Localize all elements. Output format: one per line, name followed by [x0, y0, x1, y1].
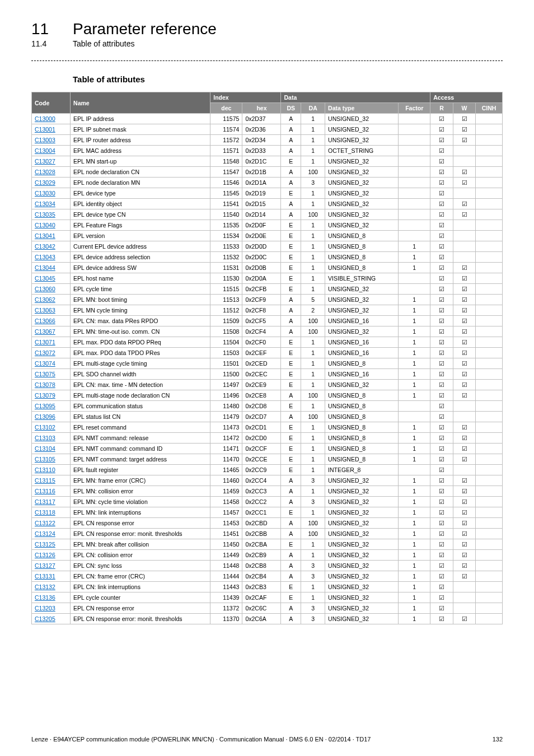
cell-hex: 0x2CD1 [242, 422, 281, 433]
cell-hex: 0x2CD8 [242, 401, 281, 412]
table-row: C13027EPL MN start-up115480x2D1CE1UNSIGN… [32, 156, 503, 167]
code-link[interactable]: C13028 [32, 167, 71, 178]
code-link[interactable]: C13127 [32, 561, 71, 571]
cell-dtype: UNSIGNED_32 [325, 135, 399, 146]
col-dec: dec [210, 103, 242, 114]
code-link[interactable]: C13035 [32, 209, 71, 220]
cell-ds: A [281, 571, 301, 582]
cell-dtype: UNSIGNED_32 [325, 209, 399, 220]
cell-name: EPL MN: cycle time violation [71, 497, 210, 507]
code-link[interactable]: C13030 [32, 188, 71, 199]
cell-name: EPL IP subnet mask [71, 124, 210, 135]
footer-text: Lenze · E94AYCEP communication module (P… [31, 736, 371, 743]
code-link[interactable]: C13105 [32, 454, 71, 465]
code-link[interactable]: C13131 [32, 571, 71, 582]
cell-factor: 1 [399, 475, 430, 486]
table-row: C13030EPL device type115450x2D19E1UNSIGN… [32, 188, 503, 199]
code-link[interactable]: C13116 [32, 486, 71, 497]
code-link[interactable]: C13041 [32, 231, 71, 241]
cell-w [453, 465, 475, 475]
cell-factor: 1 [399, 369, 430, 380]
table-row: C13095EPL communication status114800x2CD… [32, 401, 503, 412]
code-link[interactable]: C13079 [32, 390, 71, 401]
code-link[interactable]: C13132 [32, 582, 71, 592]
code-link[interactable]: C13075 [32, 369, 71, 380]
code-link[interactable]: C13203 [32, 603, 71, 614]
cell-r: ☑ [430, 465, 453, 475]
table-row: C13110EPL fault register114650x2CC9E1INT… [32, 465, 503, 475]
code-link[interactable]: C13125 [32, 539, 71, 550]
code-link[interactable]: C13136 [32, 592, 71, 603]
cell-name: EPL cycle counter [71, 592, 210, 603]
code-link[interactable]: C13062 [32, 295, 71, 305]
cell-name: EPL device type [71, 188, 210, 199]
code-link[interactable]: C13115 [32, 475, 71, 486]
code-link[interactable]: C13095 [32, 401, 71, 412]
cell-dec: 11540 [210, 209, 242, 220]
code-link[interactable]: C13122 [32, 518, 71, 529]
code-link[interactable]: C13110 [32, 465, 71, 475]
cell-name: EPL MN: link interruptions [71, 507, 210, 518]
cell-w: ☑ [453, 497, 475, 507]
cell-ds: A [281, 475, 301, 486]
code-link[interactable]: C13034 [32, 199, 71, 209]
cell-w [453, 401, 475, 412]
table-row: C13060EPL cycle time115150x2CFBE1UNSIGNE… [32, 284, 503, 295]
cell-factor: 1 [399, 358, 430, 369]
cell-ds: A [281, 390, 301, 401]
cell-cinh [476, 561, 503, 571]
cell-hex: 0x2CEF [242, 348, 281, 358]
cell-w: ☑ [453, 614, 475, 624]
cell-r: ☑ [430, 326, 453, 337]
cell-dec: 11501 [210, 358, 242, 369]
cell-hex: 0x2CD0 [242, 433, 281, 444]
cell-dec: 11465 [210, 465, 242, 475]
code-link[interactable]: C13003 [32, 135, 71, 146]
code-link[interactable]: C13126 [32, 550, 71, 561]
cell-w: ☑ [453, 550, 475, 561]
cell-ds: E [281, 284, 301, 295]
table-row: C13034EPL identity object115410x2D15A1UN… [32, 199, 503, 209]
code-link[interactable]: C13001 [32, 124, 71, 135]
code-link[interactable]: C13004 [32, 146, 71, 156]
code-link[interactable]: C13072 [32, 348, 71, 358]
cell-da: 1 [301, 135, 325, 146]
code-link[interactable]: C13118 [32, 507, 71, 518]
code-link[interactable]: C13000 [32, 114, 71, 124]
code-link[interactable]: C13060 [32, 284, 71, 295]
cell-factor: 1 [399, 422, 430, 433]
cell-w [453, 188, 475, 199]
code-link[interactable]: C13044 [32, 263, 71, 273]
code-link[interactable]: C13067 [32, 326, 71, 337]
code-link[interactable]: C13117 [32, 497, 71, 507]
cell-r: ☑ [430, 178, 453, 188]
code-link[interactable]: C13042 [32, 241, 71, 252]
cell-ds: A [281, 178, 301, 188]
col-dtype: Data type [325, 103, 399, 114]
cell-hex: 0x2D1C [242, 156, 281, 167]
code-link[interactable]: C13078 [32, 380, 71, 390]
code-link[interactable]: C13066 [32, 316, 71, 326]
code-link[interactable]: C13071 [32, 337, 71, 348]
cell-r: ☑ [430, 433, 453, 444]
code-link[interactable]: C13040 [32, 220, 71, 231]
code-link[interactable]: C13103 [32, 433, 71, 444]
code-link[interactable]: C13029 [32, 178, 71, 188]
cell-da: 1 [301, 380, 325, 390]
cell-ds: E [281, 188, 301, 199]
code-link[interactable]: C13074 [32, 358, 71, 369]
table-row: C13116EPL MN: collision error114590x2CC3… [32, 486, 503, 497]
code-link[interactable]: C13205 [32, 614, 71, 624]
code-link[interactable]: C13043 [32, 252, 71, 263]
cell-r: ☑ [430, 401, 453, 412]
divider-dashed [31, 60, 503, 61]
code-link[interactable]: C13045 [32, 273, 71, 284]
code-link[interactable]: C13063 [32, 305, 71, 316]
cell-w: ☑ [453, 124, 475, 135]
code-link[interactable]: C13096 [32, 412, 71, 422]
code-link[interactable]: C13104 [32, 444, 71, 454]
code-link[interactable]: C13102 [32, 422, 71, 433]
cell-dec: 11515 [210, 284, 242, 295]
code-link[interactable]: C13027 [32, 156, 71, 167]
code-link[interactable]: C13124 [32, 529, 71, 539]
